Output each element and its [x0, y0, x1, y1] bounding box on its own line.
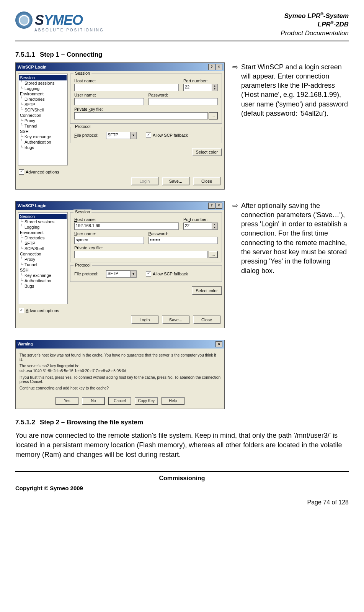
page-header: SYMEO ABSOLUTE POSITIONING Symeo LPR®-Sy…	[15, 11, 349, 41]
password-input[interactable]: •••••••	[149, 237, 218, 244]
arrow-icon: ⇨	[232, 62, 241, 118]
settings-tree[interactable]: Session Stored sessions Logging Environm…	[18, 74, 68, 165]
password-label: Password:	[149, 231, 218, 236]
tree-ssh[interactable]: SSH	[19, 129, 67, 134]
footer-copyright: Copyright © Symeo 2009	[15, 485, 349, 491]
tree-tunnel[interactable]: Tunnel	[19, 262, 67, 267]
browse-button[interactable]: ...	[209, 112, 218, 119]
allow-scp-checkbox[interactable]: ✓	[146, 271, 151, 277]
tree-stored-sessions[interactable]: Stored sessions	[19, 219, 67, 224]
help-button[interactable]: ?	[208, 203, 215, 209]
dialog-titlebar: WinSCP Login ? ×	[16, 201, 224, 210]
username-input[interactable]: symeo	[74, 237, 144, 244]
select-color-button[interactable]: Select color	[192, 286, 222, 295]
file-protocol-label: File protocol:	[74, 272, 98, 276]
tree-sftp[interactable]: SFTP	[19, 102, 67, 107]
save-button[interactable]: Save...	[162, 316, 189, 324]
tree-key-exchange[interactable]: Key exchange	[19, 134, 67, 139]
allow-scp-checkbox[interactable]: ✓	[146, 133, 151, 138]
dialog-title: WinSCP Login	[18, 203, 46, 208]
protocol-select[interactable]: SFTP▼	[106, 270, 137, 278]
warning-text: If you trust this host, press Yes. To co…	[20, 375, 220, 384]
advanced-options-checkbox[interactable]: ✓	[19, 169, 24, 175]
tree-directories[interactable]: Directories	[19, 97, 67, 102]
tree-proxy[interactable]: Proxy	[19, 257, 67, 262]
close-icon[interactable]: ×	[215, 203, 222, 209]
advanced-options-checkbox[interactable]: ✓	[19, 308, 24, 313]
tree-sftp[interactable]: SFTP	[19, 241, 67, 246]
username-input[interactable]	[74, 98, 144, 105]
port-label: Port number:	[183, 217, 218, 222]
tree-connection[interactable]: Connection	[19, 113, 67, 118]
tree-proxy[interactable]: Proxy	[19, 118, 67, 123]
tree-bugs[interactable]: Bugs	[19, 283, 67, 289]
keyfile-label: Private key file:	[74, 245, 218, 250]
tree-key-exchange[interactable]: Key exchange	[19, 273, 67, 278]
protocol-select[interactable]: SFTP▼	[106, 132, 137, 139]
login-button[interactable]: Login	[131, 177, 158, 185]
select-color-button[interactable]: Select color	[192, 148, 222, 156]
close-button[interactable]: Close	[193, 177, 220, 185]
advanced-options-label: Advanced options	[26, 170, 59, 174]
group-protocol: Protocol	[73, 124, 92, 129]
close-icon[interactable]: ×	[215, 341, 222, 347]
login-button[interactable]: Login	[131, 316, 158, 324]
username-label: User name:	[74, 93, 144, 97]
warning-text: The server's rsa2 key fingerprint is:	[20, 364, 220, 368]
tree-logging[interactable]: Logging	[19, 86, 67, 91]
close-button[interactable]: Close	[193, 316, 220, 324]
allow-scp-label: Allow SCP fallback	[153, 133, 188, 137]
instruction-note-2: ⇨After optionally saving the connection …	[232, 201, 349, 275]
keyfile-input[interactable]	[74, 251, 208, 258]
warning-fingerprint: ssh-rsa 1040 31:9b:2d:a5:5c:16:1e:b0:20:…	[20, 369, 220, 373]
tree-bugs[interactable]: Bugs	[19, 145, 67, 150]
tree-ssh[interactable]: SSH	[19, 267, 67, 273]
footer-page-number: Page 74 of 128	[15, 499, 349, 506]
keyfile-input[interactable]	[74, 112, 208, 119]
hostname-label: Host name:	[74, 79, 179, 83]
save-button[interactable]: Save...	[162, 177, 189, 185]
help-button[interactable]: Help	[162, 397, 184, 405]
port-input[interactable]: 22▲▼	[183, 223, 218, 230]
username-label: User name:	[74, 231, 144, 236]
settings-tree[interactable]: Session Stored sessions Logging Environm…	[18, 212, 68, 304]
tree-scp-shell[interactable]: SCP/Shell	[19, 107, 67, 113]
tree-authentication[interactable]: Authentication	[19, 139, 67, 145]
tree-environment[interactable]: Environment	[19, 230, 67, 235]
dialog-titlebar: WinSCP Login ? ×	[16, 63, 224, 71]
copy-key-button[interactable]: Copy Key	[135, 397, 158, 405]
tree-session[interactable]: Session	[19, 75, 67, 80]
winscp-login-dialog-1: WinSCP Login ? × Session Stored sessions…	[15, 62, 225, 190]
tree-authentication[interactable]: Authentication	[19, 278, 67, 283]
chevron-down-icon[interactable]: ▼	[131, 132, 137, 139]
cancel-button[interactable]: Cancel	[108, 397, 131, 405]
browse-button[interactable]: ...	[209, 251, 218, 258]
tree-tunnel[interactable]: Tunnel	[19, 123, 67, 129]
tree-session[interactable]: Session	[19, 214, 67, 219]
body-paragraph: You are now connected to the remote stat…	[15, 431, 349, 460]
tree-environment[interactable]: Environment	[19, 91, 67, 97]
logo: SYMEO ABSOLUTE POSITIONING	[15, 11, 104, 32]
tree-scp-shell[interactable]: SCP/Shell	[19, 246, 67, 251]
page-footer: Commissioning Copyright © Symeo 2009 Pag…	[15, 471, 349, 506]
warning-text: The server's host key was not found in t…	[20, 353, 220, 362]
hostname-input[interactable]	[74, 84, 179, 91]
tree-logging[interactable]: Logging	[19, 224, 67, 230]
close-icon[interactable]: ×	[215, 64, 222, 70]
keyfile-label: Private key file:	[74, 107, 218, 111]
instruction-note-1: ⇨Start WinSCP and a login screen will ap…	[232, 62, 349, 118]
yes-button[interactable]: Yes	[55, 397, 78, 405]
arrow-icon: ⇨	[232, 201, 241, 275]
tree-connection[interactable]: Connection	[19, 251, 67, 257]
tree-directories[interactable]: Directories	[19, 235, 67, 241]
group-protocol: Protocol	[73, 263, 92, 267]
tree-stored-sessions[interactable]: Stored sessions	[19, 80, 67, 86]
chevron-down-icon[interactable]: ▼	[131, 270, 137, 278]
password-input[interactable]	[149, 98, 218, 105]
warning-title: Warning	[18, 342, 33, 346]
warning-dialog: Warning × The server's host key was not …	[15, 340, 225, 409]
no-button[interactable]: No	[82, 397, 105, 405]
hostname-input[interactable]: 192.168.1.99	[74, 223, 179, 230]
port-input[interactable]: 22▲▼	[183, 84, 218, 91]
help-button[interactable]: ?	[208, 64, 215, 70]
